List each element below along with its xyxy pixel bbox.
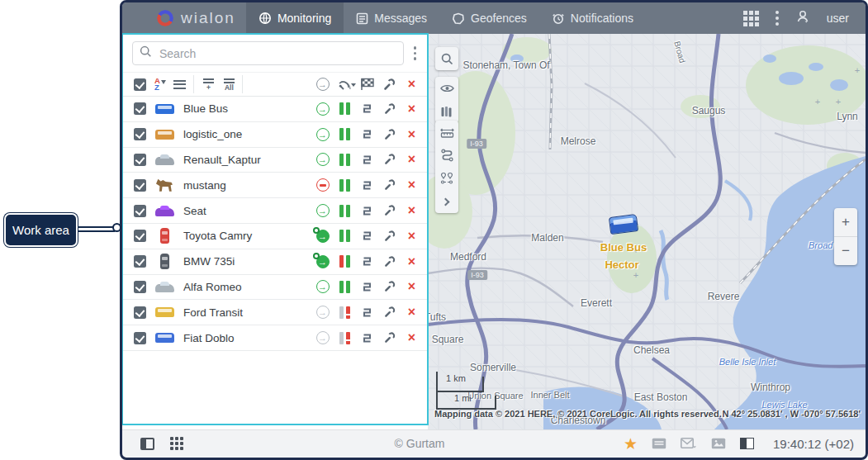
unit-properties-icon[interactable] <box>378 103 401 115</box>
unit-name[interactable]: Renault_Kaptur <box>183 154 311 166</box>
tab-geofences[interactable]: Geofences <box>439 2 539 34</box>
list-view-icon[interactable] <box>173 80 186 89</box>
user-name[interactable]: user <box>827 12 849 25</box>
unit-properties-icon[interactable] <box>378 129 401 140</box>
notes-card-icon[interactable] <box>652 438 666 449</box>
tab-messages[interactable]: Messages <box>344 2 439 34</box>
remove-unit-icon[interactable] <box>401 255 423 268</box>
unit-name[interactable]: BMW 735i <box>183 255 311 268</box>
select-all-checkbox[interactable] <box>134 78 146 91</box>
connection-bars-icon <box>339 102 350 115</box>
unit-checkbox[interactable] <box>134 102 146 115</box>
unit-properties-icon[interactable] <box>378 306 401 318</box>
zoom-out-button[interactable]: − <box>834 237 857 265</box>
remove-all-column-icon[interactable] <box>401 78 423 91</box>
unit-properties-icon[interactable] <box>378 179 401 191</box>
quick-track-icon[interactable] <box>356 230 378 241</box>
address-points-button[interactable] <box>435 167 458 190</box>
unit-properties-icon[interactable] <box>378 281 401 292</box>
unit-row-seat[interactable]: Seat <box>122 198 428 224</box>
show-all-units-icon[interactable]: All <box>224 78 235 91</box>
user-icon[interactable] <box>795 9 810 27</box>
remove-unit-icon[interactable] <box>401 280 423 293</box>
zoom-in-button[interactable]: + <box>834 208 857 237</box>
unit-name[interactable]: Toyota Camry <box>183 230 311 242</box>
mail-send-icon[interactable] <box>681 438 697 449</box>
remove-unit-icon[interactable] <box>401 128 423 141</box>
unit-name[interactable]: Ford Transit <box>183 306 311 319</box>
quick-track-icon[interactable] <box>356 103 378 114</box>
unit-properties-icon[interactable] <box>378 205 401 216</box>
unit-checkbox[interactable] <box>134 128 146 140</box>
unit-name[interactable]: Blue Bus <box>183 102 311 115</box>
unit-name[interactable]: mustang <box>183 179 311 192</box>
add-units-to-list-icon[interactable]: + <box>203 78 214 91</box>
unit-properties-icon[interactable] <box>378 332 401 344</box>
quick-track-icon[interactable] <box>356 206 378 216</box>
remove-unit-icon[interactable] <box>401 306 423 319</box>
unit-row-fiat-doblo[interactable]: Fiat Doblo <box>122 325 428 351</box>
remove-unit-icon[interactable] <box>401 204 423 217</box>
unit-checkbox[interactable] <box>134 306 146 319</box>
unit-properties-icon[interactable] <box>378 256 401 268</box>
unit-row-ford-transit[interactable]: Ford Transit <box>122 300 428 325</box>
collapse-panel-icon[interactable] <box>140 438 154 450</box>
quick-track-icon[interactable] <box>356 307 378 318</box>
quick-track-icon[interactable] <box>356 256 378 267</box>
unit-name[interactable]: Fiat Doblo <box>183 332 311 344</box>
map-search-button[interactable] <box>435 47 458 70</box>
unit-checkbox[interactable] <box>134 205 146 217</box>
unit-checkbox[interactable] <box>134 332 146 344</box>
unit-checkbox[interactable] <box>134 179 146 192</box>
quick-track-icon[interactable] <box>356 333 378 344</box>
unit-properties-icon[interactable] <box>378 230 401 242</box>
unit-row-blue-bus[interactable]: Blue Bus <box>122 97 428 122</box>
ruler-button[interactable] <box>435 121 458 144</box>
tracking-flag-column-icon[interactable] <box>356 78 378 91</box>
apps-grid-icon[interactable] <box>743 11 759 26</box>
unit-marker-blue-bus[interactable] <box>609 214 638 235</box>
unit-row-bmw-735i[interactable]: BMW 735i <box>122 249 428 275</box>
quick-track-icon[interactable] <box>356 129 378 140</box>
unit-name[interactable]: Seat <box>183 205 311 217</box>
news-panel-icon[interactable] <box>740 438 754 449</box>
unit-row-mustang[interactable]: mustang <box>122 173 428 198</box>
panel-menu-icon[interactable] <box>414 46 417 60</box>
remove-unit-icon[interactable] <box>401 331 423 344</box>
map-grid-cross: + <box>815 97 820 107</box>
tab-monitoring[interactable]: Monitoring <box>246 2 344 34</box>
expand-tools-button[interactable] <box>435 190 458 213</box>
motion-state-column-icon[interactable] <box>311 78 334 91</box>
visibility-eye-button[interactable] <box>435 77 458 100</box>
quick-track-icon[interactable] <box>356 282 378 292</box>
properties-column-icon[interactable] <box>378 78 401 91</box>
remove-unit-icon[interactable] <box>401 230 423 243</box>
remove-unit-icon[interactable] <box>401 178 423 192</box>
tab-notifications[interactable]: Notifications <box>539 2 646 34</box>
media-gallery-icon[interactable] <box>711 438 726 449</box>
map-layers-button[interactable] <box>435 100 458 123</box>
unit-checkbox[interactable] <box>134 281 146 293</box>
remove-unit-icon[interactable] <box>401 153 423 166</box>
sort-az-icon[interactable]: A Z <box>154 78 166 91</box>
remove-unit-icon[interactable] <box>401 102 423 116</box>
unit-name[interactable]: logistic_one <box>183 128 311 140</box>
unit-row-toyota-camry[interactable]: Toyota Camry <box>122 224 428 249</box>
data-accuracy-column-icon[interactable] <box>334 78 356 91</box>
map-area[interactable]: + + + + + + Stoneham, Town Of Saugus Lyn… <box>428 34 866 429</box>
unit-properties-icon[interactable] <box>378 154 401 165</box>
unit-checkbox[interactable] <box>134 154 146 166</box>
topbar-menu-icon[interactable] <box>776 11 779 26</box>
bottom-apps-grid-icon[interactable] <box>170 437 183 450</box>
favorites-star-icon[interactable]: ★ <box>624 436 638 452</box>
unit-checkbox[interactable] <box>134 230 146 242</box>
unit-row-renault-kaptur[interactable]: Renault_Kaptur <box>122 148 428 173</box>
quick-track-icon[interactable] <box>356 180 378 191</box>
unit-row-logistic-one[interactable]: logistic_one <box>122 122 428 148</box>
search-input[interactable] <box>158 46 396 61</box>
unit-checkbox[interactable] <box>134 255 146 268</box>
unit-name[interactable]: Alfa Romeo <box>183 281 311 293</box>
route-button[interactable] <box>435 144 458 167</box>
quick-track-icon[interactable] <box>356 154 378 165</box>
unit-row-alfa-romeo[interactable]: Alfa Romeo <box>122 275 428 301</box>
